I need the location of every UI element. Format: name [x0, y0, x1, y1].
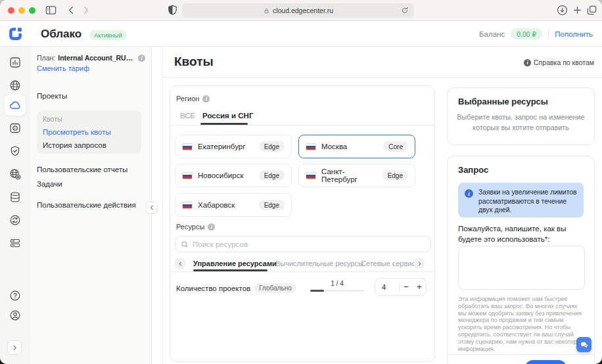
- plan-value: Internal Account_RUB_Cl...: [58, 54, 135, 62]
- collapse-sidebar-button[interactable]: [146, 202, 158, 214]
- product-icon-rail: [0, 47, 30, 364]
- minimize-window-button[interactable]: [18, 7, 25, 14]
- resource-tabs-border: [170, 271, 434, 272]
- browser-sidebar-icon[interactable]: [45, 4, 57, 16]
- request-info-note: i Заявки на увеличение лимитов рассматри…: [458, 183, 584, 217]
- request-card: Запрос i Заявки на увеличение лимитов ра…: [447, 156, 595, 364]
- request-info-text: Заявки на увеличение лимитов рассматрива…: [478, 188, 578, 215]
- change-plan-link[interactable]: Сменить тариф: [37, 64, 89, 72]
- chat-widget-button[interactable]: [576, 337, 591, 352]
- region-tab-russia-cis[interactable]: Россия и СНГ: [202, 112, 253, 120]
- expand-rail-button[interactable]: [7, 340, 22, 355]
- sidebar-item-request-history[interactable]: История запросов: [43, 141, 135, 149]
- russia-flag-icon: [182, 172, 193, 179]
- region-name: Санкт-Петербург: [321, 168, 377, 183]
- sidebar-item-custom-reports[interactable]: Пользовательские отчеты: [37, 166, 127, 173]
- quotas-group-title: Квоты: [43, 115, 135, 123]
- content-divider: [162, 47, 163, 364]
- balance-value-badge: 0,00 ₽: [511, 28, 542, 39]
- request-title: Запрос: [458, 165, 488, 175]
- sidebar-item-user-actions[interactable]: Пользовательские действия: [37, 201, 136, 209]
- topup-link[interactable]: Пополнить: [555, 30, 593, 38]
- region-card-moscow[interactable]: Москва Core: [298, 135, 415, 158]
- servers-icon[interactable]: [5, 233, 26, 254]
- page-title: Квоты: [174, 55, 214, 69]
- region-info-icon[interactable]: i: [202, 95, 210, 102]
- database-icon[interactable]: [5, 187, 26, 208]
- region-card-khabarovsk[interactable]: Хабаровск Edge: [175, 193, 292, 217]
- tabs-scroll-right-button[interactable]: [414, 258, 425, 269]
- zoom-window-button[interactable]: [29, 7, 35, 14]
- request-footer-divider: [448, 354, 594, 355]
- streaming-icon[interactable]: [5, 118, 26, 139]
- search-input[interactable]: [193, 240, 425, 248]
- address-bar[interactable]: cloud.edgecenter.ru: [182, 3, 414, 18]
- quota-scope-badge: Глобально: [254, 283, 296, 293]
- tabs-scroll-left-button[interactable]: [175, 258, 185, 269]
- close-window-button[interactable]: [8, 7, 14, 14]
- region-tier-badge: Edge: [382, 170, 408, 181]
- stepper-value[interactable]: 4: [375, 283, 399, 291]
- region-card-ekaterinburg[interactable]: Екатеринбург Edge: [175, 135, 292, 158]
- russia-flag-icon: [306, 172, 316, 179]
- tab-compute-resources[interactable]: Вычислительные ресурсы: [275, 260, 363, 267]
- tab-network-services[interactable]: Сетевые сервисы: [361, 260, 421, 267]
- browser-toolbar: cloud.edgecenter.ru: [0, 0, 602, 21]
- region-name: Екатеринбург: [198, 143, 254, 150]
- region-name: Новосибирск: [198, 171, 254, 179]
- russia-flag-icon: [182, 202, 193, 209]
- downloads-icon[interactable]: [556, 4, 568, 16]
- security-shield-icon[interactable]: [5, 141, 26, 162]
- increment-button[interactable]: +: [413, 282, 426, 292]
- help-icon[interactable]: [5, 285, 26, 306]
- account-icon[interactable]: [5, 305, 26, 326]
- metrics-icon[interactable]: [5, 52, 26, 73]
- region-name: Москва: [321, 143, 378, 150]
- resource-search[interactable]: [175, 236, 431, 252]
- region-card-saint-petersburg[interactable]: Санкт-Петербург Edge: [298, 164, 415, 187]
- help-info-icon: i: [524, 59, 531, 66]
- resources-info-icon[interactable]: i: [208, 223, 215, 231]
- region-card-novosibirsk[interactable]: Новосибирск Edge: [175, 164, 292, 187]
- reload-icon[interactable]: [400, 6, 409, 15]
- sidebar-item-view-quotas[interactable]: Просмотреть квоты: [43, 128, 135, 136]
- submit-request-button[interactable]: [525, 360, 567, 364]
- chat-bubbles-icon: [580, 340, 589, 350]
- sync-icon[interactable]: [5, 210, 26, 231]
- region-tier-badge: Core: [383, 141, 408, 152]
- quota-help-link[interactable]: i Справка по квотам: [524, 58, 594, 66]
- section-sidebar: План: Internal Account_RUB_Cl... i Смени…: [30, 47, 152, 364]
- region-label: Регион: [176, 95, 199, 102]
- quotas-group: Квоты Просмотреть квоты История запросов: [37, 110, 141, 154]
- selected-resources-empty-text: Выберите квоты, запрос на изменение кото…: [455, 112, 586, 133]
- decrement-button[interactable]: −: [400, 282, 413, 292]
- cloud-icon[interactable]: [5, 95, 26, 116]
- sidebar-item-projects[interactable]: Проекты: [37, 92, 67, 100]
- url-text: cloud.edgecenter.ru: [273, 7, 333, 14]
- globe-icon[interactable]: [5, 75, 26, 96]
- privacy-shield-icon[interactable]: [166, 4, 179, 16]
- back-icon[interactable]: [66, 5, 77, 16]
- account-status-badge: Активный: [89, 30, 127, 40]
- forward-icon[interactable]: [80, 5, 91, 16]
- header-divider: [548, 29, 549, 39]
- region-tab-all[interactable]: ВСЕ: [180, 112, 195, 120]
- usage-description-textarea[interactable]: [458, 246, 585, 290]
- browser-window: cloud.edgecenter.ru Облако Активный Бала…: [0, 0, 602, 364]
- plan-label: План:: [37, 54, 55, 62]
- edgecenter-logo[interactable]: [7, 26, 24, 42]
- balance-label: Баланс: [479, 30, 505, 38]
- new-tab-icon[interactable]: [571, 4, 584, 16]
- tab-resource-management[interactable]: Управление ресурсами: [193, 260, 277, 267]
- cdn-icon[interactable]: [5, 164, 26, 185]
- plan-info-icon[interactable]: i: [138, 55, 145, 62]
- usage-help-text: Эта информация поможет нам быстрее обраб…: [458, 296, 585, 352]
- region-tier-badge: Edge: [259, 141, 285, 152]
- tab-overview-icon[interactable]: [586, 4, 598, 16]
- quota-row-name: Количество проектов: [176, 284, 250, 292]
- sidebar-item-tasks[interactable]: Задачи: [37, 180, 62, 188]
- russia-flag-icon: [182, 143, 193, 150]
- quota-usage-bar: [310, 290, 364, 292]
- region-tabs-border: [170, 125, 434, 125]
- lock-icon: [263, 7, 270, 14]
